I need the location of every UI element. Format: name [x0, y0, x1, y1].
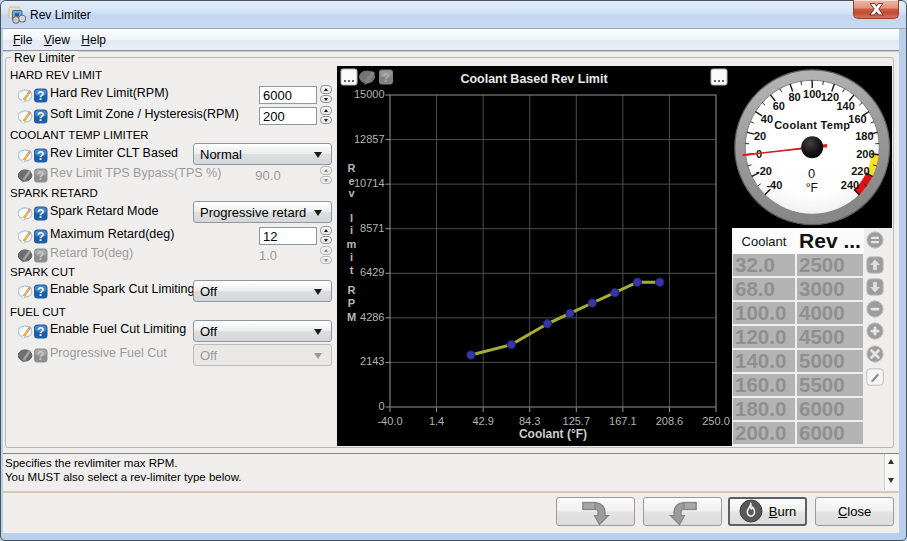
svg-text:P: P [348, 297, 355, 309]
svg-text:167.1: 167.1 [609, 415, 637, 427]
svg-text:180: 180 [855, 130, 873, 142]
svg-text:20: 20 [754, 130, 766, 142]
svg-text:°F: °F [806, 181, 818, 195]
svg-text:240: 240 [841, 179, 859, 191]
svg-text:42.9: 42.9 [472, 415, 493, 427]
svg-text:160: 160 [848, 113, 866, 125]
svg-text:Coolant Temp: Coolant Temp [774, 119, 850, 131]
svg-text:1.4: 1.4 [429, 415, 444, 427]
svg-text:-40: -40 [766, 179, 782, 191]
svg-text:8571: 8571 [360, 222, 384, 234]
svg-text:-20: -20 [756, 165, 772, 177]
svg-text:2143: 2143 [360, 355, 384, 367]
svg-text:100: 100 [803, 88, 821, 100]
svg-text:250.0: 250.0 [702, 415, 730, 427]
svg-text:?: ? [382, 71, 389, 85]
svg-text:R: R [348, 284, 356, 296]
svg-text:R: R [348, 162, 356, 174]
svg-text:l: l [350, 212, 353, 224]
svg-text:e: e [348, 175, 354, 187]
svg-text:60: 60 [773, 100, 785, 112]
svg-text:i: i [350, 224, 353, 236]
svg-text:t: t [350, 264, 354, 276]
svg-text:i: i [350, 251, 353, 263]
svg-text:200: 200 [856, 148, 874, 160]
svg-text:v: v [348, 187, 355, 199]
svg-text:-40.0: -40.0 [377, 415, 402, 427]
svg-text:40: 40 [761, 113, 773, 125]
svg-text:140: 140 [836, 100, 854, 112]
svg-text:0: 0 [378, 400, 384, 412]
svg-text:84.3: 84.3 [519, 415, 540, 427]
svg-text:220: 220 [851, 165, 869, 177]
svg-text:12857: 12857 [354, 133, 385, 145]
svg-text:80: 80 [788, 91, 800, 103]
svg-text:Coolant (°F): Coolant (°F) [519, 427, 587, 441]
svg-text:6429: 6429 [360, 266, 384, 278]
svg-text:125.7: 125.7 [563, 415, 591, 427]
svg-text:0: 0 [808, 166, 815, 181]
svg-text:10714: 10714 [354, 177, 385, 189]
svg-text:M: M [347, 311, 356, 323]
svg-text:m: m [347, 238, 357, 250]
svg-text:15000: 15000 [354, 88, 385, 100]
svg-text:4286: 4286 [360, 311, 384, 323]
svg-text:Coolant Based Rev Limit: Coolant Based Rev Limit [460, 72, 608, 86]
svg-text:208.6: 208.6 [656, 415, 684, 427]
